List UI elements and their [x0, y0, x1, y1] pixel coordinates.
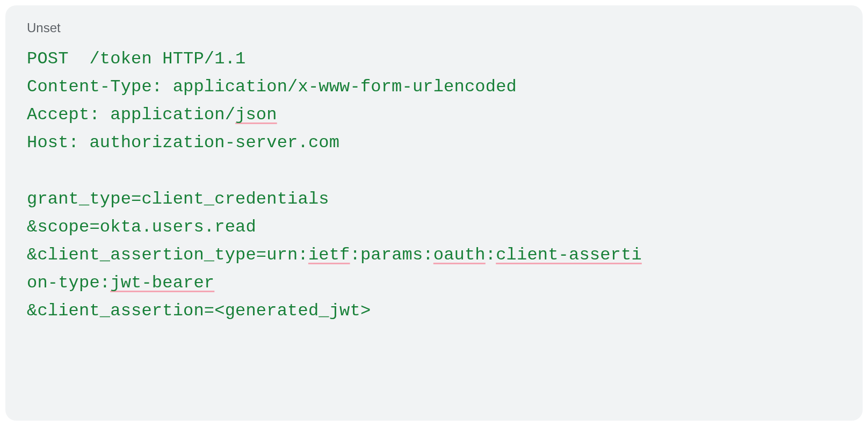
code-text: :params: — [350, 245, 433, 265]
code-line: &scope=okta.users.read — [27, 213, 841, 241]
code-line: Content-Type: application/x-www-form-url… — [27, 73, 841, 101]
spellcheck-underline: jwt-bearer — [110, 273, 214, 293]
spellcheck-underline: json — [235, 105, 277, 125]
code-line: &client_assertion=<generated_jwt> — [27, 297, 841, 325]
code-text: &client_assertion_type=urn: — [27, 245, 308, 265]
code-line: Accept: application/json — [27, 101, 841, 129]
language-label: Unset — [27, 20, 841, 35]
blank-line — [27, 157, 841, 185]
code-line: on-type:jwt-bearer — [27, 269, 841, 297]
code-content[interactable]: POST /token HTTP/1.1Content-Type: applic… — [27, 45, 841, 326]
code-line: POST /token HTTP/1.1 — [27, 45, 841, 73]
code-text: : — [486, 245, 496, 265]
code-line: &client_assertion_type=urn:ietf:params:o… — [27, 241, 841, 269]
spellcheck-underline: ietf — [308, 245, 350, 265]
code-line: grant_type=client_credentials — [27, 185, 841, 213]
code-text: on-type: — [27, 273, 110, 293]
code-block: Unset POST /token HTTP/1.1Content-Type: … — [5, 5, 863, 421]
code-text: Accept: application/ — [27, 105, 235, 125]
spellcheck-underline: client-asserti — [496, 245, 642, 265]
spellcheck-underline: oauth — [433, 245, 486, 265]
code-line: Host: authorization-server.com — [27, 129, 841, 157]
